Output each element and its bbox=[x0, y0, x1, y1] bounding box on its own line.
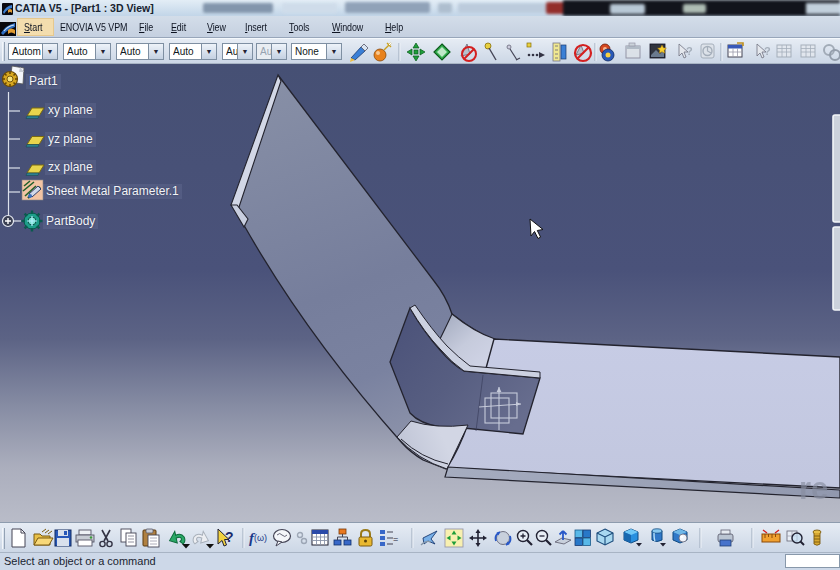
svg-text:re: re bbox=[799, 471, 828, 506]
svg-text:?: ? bbox=[225, 529, 234, 545]
svg-text:?: ? bbox=[764, 45, 771, 57]
svg-text:(ω): (ω) bbox=[254, 533, 267, 543]
svg-text:?: ? bbox=[686, 45, 693, 57]
svg-text:=: = bbox=[393, 534, 398, 544]
